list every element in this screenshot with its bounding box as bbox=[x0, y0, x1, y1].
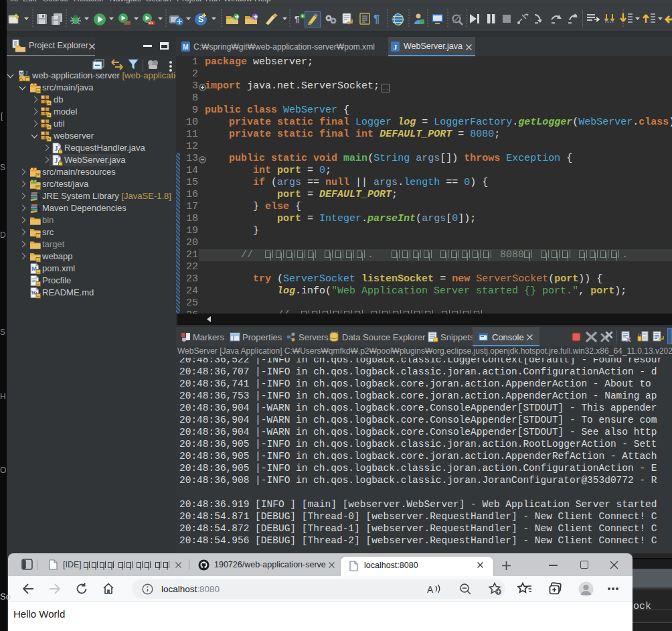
svg-text:M: M bbox=[19, 71, 23, 75]
svg-text:J: J bbox=[55, 145, 58, 152]
svg-text:M: M bbox=[183, 44, 188, 51]
svg-text:S: S bbox=[198, 15, 203, 24]
svg-text:W: W bbox=[31, 290, 37, 296]
svg-text:J: J bbox=[394, 43, 398, 51]
svg-text:¶: ¶ bbox=[295, 14, 299, 24]
svg-text:J: J bbox=[55, 157, 58, 164]
svg-text:J: J bbox=[25, 70, 28, 76]
svg-text:A: A bbox=[427, 584, 434, 595]
